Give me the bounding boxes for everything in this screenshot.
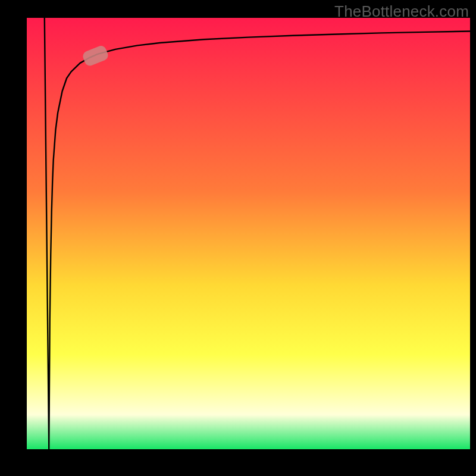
plot-area xyxy=(27,18,470,449)
watermark-text: TheBottleneck.com xyxy=(334,2,469,21)
chart-frame: TheBottleneck.com xyxy=(0,0,476,476)
chart-svg xyxy=(27,18,470,449)
gradient-background xyxy=(27,18,470,449)
